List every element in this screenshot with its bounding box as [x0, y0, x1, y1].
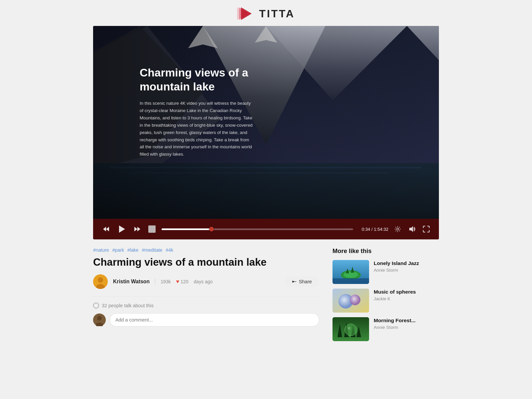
comment-input[interactable] — [110, 313, 319, 327]
rec-info-2: Morning Forest... Annie Storm — [374, 317, 439, 330]
rec-item-0[interactable]: Lonely Island Jazz Annie Storm — [332, 260, 439, 284]
heart-icon: ♥ — [176, 279, 180, 285]
stop-icon — [148, 225, 156, 233]
sidebar: More like this — [332, 247, 439, 341]
avatar-image — [93, 274, 108, 289]
rec-thumbnail-spheres — [332, 289, 369, 313]
forward-button[interactable] — [132, 224, 142, 234]
svg-point-45 — [347, 327, 351, 330]
rec-info-0: Lonely Island Jazz Annie Storm — [374, 260, 439, 273]
meta-row: Kristin Watson 193k ♥ 120 days ago Share — [93, 274, 319, 289]
comments-section: 32 people talk about this — [93, 296, 319, 327]
main-content: #nature #park #lake #meditate #4k Charmi… — [93, 247, 319, 341]
tag-meditate[interactable]: #meditate — [142, 247, 163, 253]
rec-title-0: Lonely Island Jazz — [374, 260, 439, 266]
author-name: Kristin Watson — [113, 279, 150, 285]
rec-author-1: Jackie K — [374, 296, 439, 301]
share-icon — [292, 279, 297, 284]
meta-divider — [155, 279, 155, 285]
svg-marker-2 — [241, 7, 252, 20]
settings-icon — [394, 226, 401, 232]
video-overlay: Charming views of a mountain lake In thi… — [140, 66, 253, 158]
days-ago: days ago — [194, 279, 213, 284]
stop-button[interactable] — [147, 224, 157, 234]
rec-thumb-1 — [332, 289, 369, 313]
rec-item-2[interactable]: Morning Forest... Annie Storm — [332, 317, 439, 341]
svg-point-31 — [343, 271, 358, 278]
rec-author-0: Annie Storm — [374, 268, 439, 273]
svg-marker-14 — [103, 227, 106, 231]
svg-point-19 — [397, 228, 399, 230]
rec-title-1: Music of spheres — [374, 289, 439, 295]
video-controls: 0:34 / 1:54:32 — [93, 219, 439, 239]
rec-author-2: Annie Storm — [374, 325, 439, 330]
volume-button[interactable] — [407, 224, 417, 234]
svg-rect-34 — [332, 278, 369, 284]
video-background: Charming views of a mountain lake In thi… — [93, 26, 439, 219]
content-area: #nature #park #lake #meditate #4k Charmi… — [93, 239, 439, 341]
add-comment-row — [93, 313, 319, 327]
likes-count: ♥ 120 — [176, 279, 189, 285]
commenter-avatar — [93, 314, 106, 326]
progress-filled — [162, 228, 211, 230]
progress-thumb — [209, 227, 214, 231]
commenter-avatar-image — [93, 314, 106, 326]
rewind-button[interactable] — [101, 224, 111, 234]
avatar — [93, 274, 108, 289]
tag-4k[interactable]: #4k — [166, 247, 173, 253]
views-count: 193k — [161, 279, 171, 284]
svg-marker-18 — [137, 227, 140, 231]
progress-container[interactable] — [162, 228, 353, 230]
svg-marker-15 — [106, 227, 109, 231]
rec-title-2: Morning Forest... — [374, 317, 439, 324]
forward-icon — [134, 225, 141, 233]
rewind-icon — [102, 225, 110, 233]
tag-nature[interactable]: #nature — [93, 247, 109, 253]
video-player: Charming views of a mountain lake In thi… — [93, 26, 439, 239]
svg-point-27 — [97, 316, 102, 321]
recommendations-list: Lonely Island Jazz Annie Storm — [332, 260, 439, 341]
play-icon — [117, 224, 126, 234]
tag-park[interactable]: #park — [112, 247, 124, 253]
comments-count: 32 people talk about this — [93, 303, 319, 309]
settings-button[interactable] — [393, 224, 402, 234]
progress-bar[interactable] — [162, 228, 353, 230]
tag-lake[interactable]: #lake — [127, 247, 139, 253]
more-like-title: More like this — [332, 247, 439, 255]
svg-marker-16 — [119, 225, 125, 233]
time-display: 0:34 / 1:54:32 — [362, 227, 388, 232]
rec-thumbnail-island — [332, 260, 369, 284]
page-title: Charming views of a mountain lake — [93, 256, 319, 268]
rec-info-1: Music of spheres Jackie K — [374, 289, 439, 301]
logo-text: TITTA — [259, 8, 295, 20]
svg-point-37 — [350, 295, 360, 305]
tags-row: #nature #park #lake #meditate #4k — [93, 247, 319, 253]
rec-item-1[interactable]: Music of spheres Jackie K — [332, 289, 439, 313]
header: TITTA — [0, 0, 532, 26]
logo-icon — [237, 6, 256, 21]
svg-marker-17 — [134, 227, 137, 231]
video-overlay-desc: In this scenic nature 4K video you will … — [140, 100, 253, 158]
svg-point-22 — [98, 277, 103, 283]
rec-thumb-0 — [332, 260, 369, 284]
video-overlay-title: Charming views of a mountain lake — [140, 66, 253, 94]
fullscreen-icon — [423, 226, 430, 232]
play-button[interactable] — [116, 223, 128, 235]
svg-marker-20 — [409, 226, 413, 232]
logo[interactable]: TITTA — [237, 6, 295, 21]
comment-bubble-icon — [93, 303, 99, 309]
svg-marker-24 — [292, 281, 295, 283]
rec-thumb-2 — [332, 317, 369, 341]
share-button[interactable]: Share — [285, 276, 319, 287]
fullscreen-button[interactable] — [422, 224, 431, 234]
share-label: Share — [299, 279, 312, 284]
rec-thumbnail-forest — [332, 317, 369, 341]
volume-icon — [408, 225, 416, 233]
